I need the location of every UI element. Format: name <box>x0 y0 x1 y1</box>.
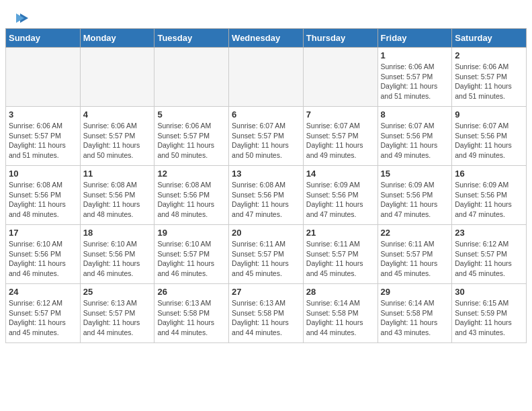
day-info: Sunrise: 6:11 AMSunset: 5:57 PMDaylight:… <box>232 239 300 279</box>
calendar: SundayMondayTuesdayWednesdayThursdayFrid… <box>5 28 527 343</box>
day-info: Sunrise: 6:07 AMSunset: 5:57 PMDaylight:… <box>306 121 375 161</box>
logo <box>13 11 30 23</box>
calendar-cell: 8Sunrise: 6:07 AMSunset: 5:56 PMDaylight… <box>378 107 452 166</box>
calendar-cell: 18Sunrise: 6:10 AMSunset: 5:56 PMDayligh… <box>80 225 154 284</box>
day-info: Sunrise: 6:15 AMSunset: 5:59 PMDaylight:… <box>455 298 523 338</box>
day-info: Sunrise: 6:08 AMSunset: 5:56 PMDaylight:… <box>83 180 152 220</box>
day-number: 4 <box>83 109 152 120</box>
day-number: 1 <box>381 50 449 60</box>
calendar-cell: 10Sunrise: 6:08 AMSunset: 5:56 PMDayligh… <box>6 166 81 225</box>
day-number: 23 <box>455 228 523 238</box>
col-header-saturday: Saturday <box>452 29 527 48</box>
col-header-thursday: Thursday <box>303 29 378 48</box>
calendar-cell: 27Sunrise: 6:13 AMSunset: 5:58 PMDayligh… <box>229 284 304 343</box>
logo-icon <box>15 11 30 26</box>
day-number: 24 <box>9 287 77 297</box>
day-info: Sunrise: 6:13 AMSunset: 5:57 PMDaylight:… <box>83 298 152 338</box>
calendar-cell: 9Sunrise: 6:07 AMSunset: 5:56 PMDaylight… <box>452 107 527 166</box>
calendar-cell <box>229 48 304 107</box>
calendar-cell: 20Sunrise: 6:11 AMSunset: 5:57 PMDayligh… <box>229 225 304 284</box>
day-number: 5 <box>157 109 226 120</box>
calendar-week-5: 24Sunrise: 6:12 AMSunset: 5:57 PMDayligh… <box>6 284 527 343</box>
calendar-cell: 15Sunrise: 6:09 AMSunset: 5:56 PMDayligh… <box>378 166 452 225</box>
calendar-cell: 25Sunrise: 6:13 AMSunset: 5:57 PMDayligh… <box>80 284 154 343</box>
calendar-cell <box>6 48 81 107</box>
day-info: Sunrise: 6:10 AMSunset: 5:56 PMDaylight:… <box>9 239 77 279</box>
calendar-cell: 19Sunrise: 6:10 AMSunset: 5:57 PMDayligh… <box>154 225 229 284</box>
day-info: Sunrise: 6:10 AMSunset: 5:57 PMDaylight:… <box>157 239 226 279</box>
day-info: Sunrise: 6:12 AMSunset: 5:57 PMDaylight:… <box>455 239 523 279</box>
day-number: 9 <box>455 109 523 120</box>
calendar-cell: 29Sunrise: 6:14 AMSunset: 5:58 PMDayligh… <box>378 284 452 343</box>
day-info: Sunrise: 6:06 AMSunset: 5:57 PMDaylight:… <box>455 62 523 101</box>
day-info: Sunrise: 6:09 AMSunset: 5:56 PMDaylight:… <box>306 180 375 220</box>
calendar-cell <box>303 48 378 107</box>
day-number: 19 <box>157 228 226 238</box>
day-info: Sunrise: 6:13 AMSunset: 5:58 PMDaylight:… <box>232 298 300 338</box>
col-header-sunday: Sunday <box>6 29 81 48</box>
day-info: Sunrise: 6:07 AMSunset: 5:56 PMDaylight:… <box>455 121 523 161</box>
day-number: 28 <box>306 287 375 297</box>
calendar-cell: 24Sunrise: 6:12 AMSunset: 5:57 PMDayligh… <box>6 284 81 343</box>
col-header-monday: Monday <box>80 29 154 48</box>
day-info: Sunrise: 6:06 AMSunset: 5:57 PMDaylight:… <box>157 121 226 161</box>
day-number: 10 <box>9 169 77 179</box>
day-info: Sunrise: 6:08 AMSunset: 5:56 PMDaylight:… <box>157 180 226 220</box>
col-header-tuesday: Tuesday <box>154 29 229 48</box>
calendar-cell: 11Sunrise: 6:08 AMSunset: 5:56 PMDayligh… <box>80 166 154 225</box>
calendar-header-row: SundayMondayTuesdayWednesdayThursdayFrid… <box>6 29 527 48</box>
day-info: Sunrise: 6:06 AMSunset: 5:57 PMDaylight:… <box>83 121 152 161</box>
day-number: 14 <box>306 169 375 179</box>
calendar-cell: 22Sunrise: 6:11 AMSunset: 5:57 PMDayligh… <box>378 225 452 284</box>
calendar-cell: 6Sunrise: 6:07 AMSunset: 5:57 PMDaylight… <box>229 107 304 166</box>
day-info: Sunrise: 6:06 AMSunset: 5:57 PMDaylight:… <box>9 121 77 161</box>
day-number: 2 <box>455 50 523 60</box>
day-info: Sunrise: 6:07 AMSunset: 5:56 PMDaylight:… <box>381 121 449 161</box>
day-number: 22 <box>381 228 449 238</box>
day-info: Sunrise: 6:13 AMSunset: 5:58 PMDaylight:… <box>157 298 226 338</box>
calendar-cell: 14Sunrise: 6:09 AMSunset: 5:56 PMDayligh… <box>303 166 378 225</box>
col-header-friday: Friday <box>378 29 452 48</box>
calendar-cell: 16Sunrise: 6:09 AMSunset: 5:56 PMDayligh… <box>452 166 527 225</box>
day-info: Sunrise: 6:11 AMSunset: 5:57 PMDaylight:… <box>306 239 375 279</box>
day-info: Sunrise: 6:14 AMSunset: 5:58 PMDaylight:… <box>381 298 449 338</box>
calendar-week-2: 3Sunrise: 6:06 AMSunset: 5:57 PMDaylight… <box>6 107 527 166</box>
page-header <box>0 0 532 28</box>
day-number: 20 <box>232 228 300 238</box>
day-info: Sunrise: 6:06 AMSunset: 5:57 PMDaylight:… <box>381 62 449 101</box>
day-info: Sunrise: 6:09 AMSunset: 5:56 PMDaylight:… <box>381 180 449 220</box>
day-number: 17 <box>9 228 77 238</box>
day-number: 29 <box>381 287 449 297</box>
day-info: Sunrise: 6:08 AMSunset: 5:56 PMDaylight:… <box>9 180 77 220</box>
calendar-cell: 23Sunrise: 6:12 AMSunset: 5:57 PMDayligh… <box>452 225 527 284</box>
day-number: 15 <box>381 169 449 179</box>
day-number: 11 <box>83 169 152 179</box>
calendar-cell: 28Sunrise: 6:14 AMSunset: 5:58 PMDayligh… <box>303 284 378 343</box>
day-number: 8 <box>381 109 449 120</box>
day-number: 21 <box>306 228 375 238</box>
day-number: 25 <box>83 287 152 297</box>
day-number: 12 <box>157 169 226 179</box>
calendar-cell: 21Sunrise: 6:11 AMSunset: 5:57 PMDayligh… <box>303 225 378 284</box>
calendar-cell: 5Sunrise: 6:06 AMSunset: 5:57 PMDaylight… <box>154 107 229 166</box>
col-header-wednesday: Wednesday <box>229 29 304 48</box>
calendar-cell: 12Sunrise: 6:08 AMSunset: 5:56 PMDayligh… <box>154 166 229 225</box>
day-number: 30 <box>455 287 523 297</box>
calendar-cell <box>80 48 154 107</box>
day-info: Sunrise: 6:07 AMSunset: 5:57 PMDaylight:… <box>232 121 300 161</box>
day-info: Sunrise: 6:11 AMSunset: 5:57 PMDaylight:… <box>381 239 449 279</box>
day-number: 18 <box>83 228 152 238</box>
calendar-week-3: 10Sunrise: 6:08 AMSunset: 5:56 PMDayligh… <box>6 166 527 225</box>
day-number: 16 <box>455 169 523 179</box>
calendar-cell: 13Sunrise: 6:08 AMSunset: 5:56 PMDayligh… <box>229 166 304 225</box>
calendar-week-1: 1Sunrise: 6:06 AMSunset: 5:57 PMDaylight… <box>6 48 527 107</box>
day-info: Sunrise: 6:12 AMSunset: 5:57 PMDaylight:… <box>9 298 77 338</box>
calendar-week-4: 17Sunrise: 6:10 AMSunset: 5:56 PMDayligh… <box>6 225 527 284</box>
day-number: 27 <box>232 287 300 297</box>
calendar-cell <box>154 48 229 107</box>
calendar-wrapper: SundayMondayTuesdayWednesdayThursdayFrid… <box>0 28 532 349</box>
day-number: 13 <box>232 169 300 179</box>
calendar-cell: 26Sunrise: 6:13 AMSunset: 5:58 PMDayligh… <box>154 284 229 343</box>
calendar-cell: 2Sunrise: 6:06 AMSunset: 5:57 PMDaylight… <box>452 48 527 107</box>
calendar-cell: 17Sunrise: 6:10 AMSunset: 5:56 PMDayligh… <box>6 225 81 284</box>
